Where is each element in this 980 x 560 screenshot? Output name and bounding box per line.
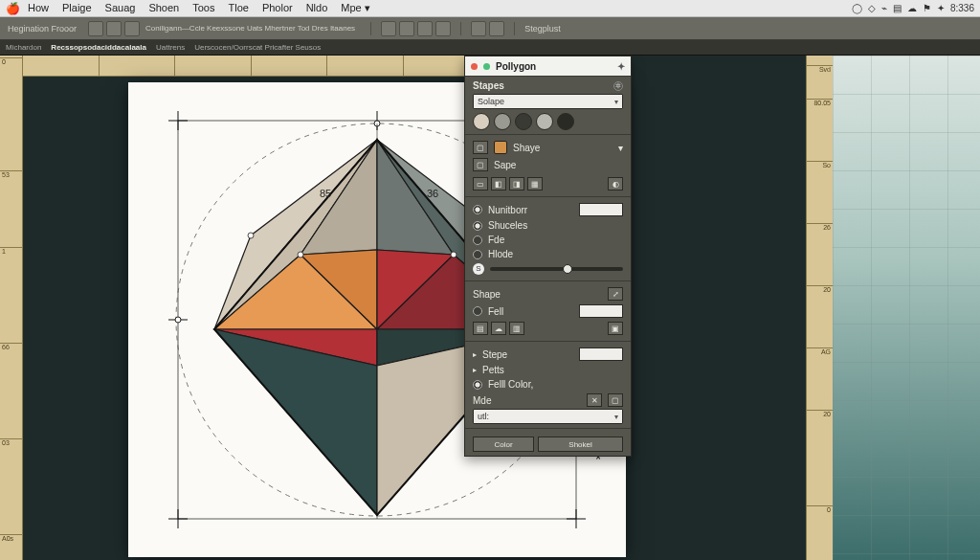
tray-icon[interactable]: ✦: [937, 3, 945, 13]
tab-2[interactable]: Uattrens: [156, 43, 185, 52]
panel-menu-icon[interactable]: ✦: [617, 61, 625, 72]
fell-label: Fell: [488, 306, 503, 317]
grid-overlay: [833, 56, 980, 560]
menu-shoen[interactable]: Shoen: [148, 2, 179, 14]
chevron-down-icon: ▾: [614, 98, 618, 106]
lock-icon[interactable]: ⤢: [608, 287, 623, 301]
radio[interactable]: [473, 380, 482, 390]
close-icon[interactable]: [471, 63, 478, 70]
swatch[interactable]: [494, 113, 511, 130]
color-button[interactable]: Color: [473, 437, 534, 452]
radio[interactable]: [473, 235, 482, 245]
tray-icon[interactable]: ▤: [893, 3, 902, 13]
slider-thumb[interactable]: [563, 264, 572, 274]
canvas-area[interactable]: 85 36 * Pollygon ✦ Stapes✲ Solape▾: [23, 56, 806, 560]
mini-tool[interactable]: ▥: [509, 322, 524, 335]
dimension-label-left: 85: [320, 188, 331, 199]
fill-color-label: Felll Color,: [488, 379, 533, 390]
ruler-tick: 03: [0, 438, 22, 446]
menu-nldo[interactable]: Nldo: [306, 2, 328, 14]
tray-icon[interactable]: ◇: [868, 3, 876, 13]
square-icon[interactable]: ▢: [473, 141, 488, 154]
shapes-dropdown[interactable]: Solape▾: [473, 94, 623, 109]
tray-icon[interactable]: ⌁: [881, 3, 887, 13]
svg-point-37: [451, 252, 457, 258]
radio[interactable]: [473, 205, 482, 214]
apple-icon[interactable]: 🍎: [6, 2, 20, 15]
menu-sauag[interactable]: Sauag: [105, 2, 136, 14]
tool-button[interactable]: [417, 21, 433, 36]
stype-input[interactable]: [579, 347, 623, 361]
square-icon[interactable]: ▢: [473, 158, 488, 171]
shokel-button[interactable]: Shokel: [538, 437, 623, 452]
menu-how[interactable]: How: [28, 2, 49, 14]
minimize-icon[interactable]: [483, 63, 490, 70]
ruler-tick: Svd: [807, 65, 833, 73]
pets-label: Petts: [482, 365, 504, 375]
tray-icon[interactable]: ◯: [852, 3, 862, 13]
tool-button[interactable]: [381, 21, 396, 36]
tab-3[interactable]: Uerscocen/Oorrscat Pricafter Seusos: [194, 43, 321, 52]
ruler-tick: [175, 56, 252, 76]
mini-tool[interactable]: ▦: [527, 177, 543, 190]
ruler-vertical[interactable]: 0 53 1 66 03 A0s: [0, 56, 23, 560]
tool-button[interactable]: [106, 21, 122, 36]
tool-button[interactable]: [435, 21, 451, 36]
tool-button[interactable]: [471, 21, 486, 36]
checkbox[interactable]: ▢: [608, 393, 623, 407]
size-slider[interactable]: [490, 267, 623, 271]
mde-dropdown[interactable]: utl:▾: [473, 409, 623, 424]
swatch[interactable]: [515, 113, 532, 130]
gear-icon[interactable]: ✲: [613, 81, 623, 91]
ruler-tick: [252, 56, 328, 76]
menu-tloe[interactable]: Tloe: [228, 2, 248, 14]
tool-button[interactable]: [489, 21, 504, 36]
menu-toos[interactable]: Toos: [192, 2, 214, 14]
radio[interactable]: [473, 250, 482, 259]
tool-button[interactable]: [124, 21, 140, 36]
radio[interactable]: [473, 306, 482, 316]
mini-tool[interactable]: ▤: [473, 322, 488, 335]
s-badge-icon: S: [473, 263, 484, 275]
mini-tool[interactable]: ☁: [491, 322, 506, 335]
fde-label: Fde: [488, 235, 504, 245]
tray-icon[interactable]: ⚑: [923, 3, 931, 13]
polygon-panel[interactable]: Pollygon ✦ Stapes✲ Solape▾ ▢Shaye▾ ▢S: [464, 56, 632, 457]
checkbox[interactable]: ✕: [587, 393, 602, 407]
panel-titlebar[interactable]: Pollygon ✦: [465, 56, 631, 76]
toolbar-label-left: Hegination Frooor: [8, 24, 77, 34]
tool-button[interactable]: [88, 21, 103, 36]
tool-button[interactable]: [399, 21, 414, 36]
shape-label-2: Sape: [494, 160, 516, 170]
swatch[interactable]: [473, 113, 490, 130]
mini-tool[interactable]: ▣: [608, 322, 623, 335]
svg-point-13: [175, 317, 181, 323]
document-tabs: Michardon Recssopsodaciddacalaala Uattre…: [0, 40, 980, 56]
menu-pholor[interactable]: Pholor: [262, 2, 293, 14]
hode-label: Hlode: [488, 249, 513, 259]
ruler-vertical-right[interactable]: Svd 80.05 So 26 20 AG 20 0: [806, 56, 833, 560]
menu-plaige[interactable]: Plaige: [62, 2, 92, 14]
secondary-viewport[interactable]: [833, 56, 980, 560]
tray-icon[interactable]: ☁: [907, 3, 917, 13]
fell-input[interactable]: [579, 304, 623, 318]
number-label: Nunitborr: [488, 205, 527, 215]
ruler-tick: 20: [807, 285, 833, 293]
mini-tool[interactable]: ◧: [491, 177, 506, 190]
system-tray: ◯ ◇ ⌁ ▤ ☁ ⚑ ✦ 8:336: [852, 3, 974, 13]
swatch-row: [473, 113, 623, 130]
swatch[interactable]: [536, 113, 553, 130]
mini-tool[interactable]: ◨: [509, 177, 524, 190]
tab-1[interactable]: Recssopsodaciddacalaala: [51, 43, 146, 52]
app-toolbar: Hegination Frooor Coniligann—Ccle Keexss…: [0, 17, 980, 40]
ruler-tick: 20: [807, 410, 833, 417]
menu-mpe[interactable]: Mpe ▾: [341, 2, 369, 14]
mini-tool[interactable]: ▭: [473, 177, 488, 190]
radio[interactable]: [473, 221, 482, 231]
mini-tool[interactable]: ◐: [608, 177, 623, 190]
ruler-tick: 53: [0, 170, 22, 178]
swatch[interactable]: [557, 113, 574, 130]
number-input[interactable]: [579, 203, 623, 216]
stype-label: Stepe: [482, 349, 507, 360]
tab-0[interactable]: Michardon: [6, 43, 41, 52]
